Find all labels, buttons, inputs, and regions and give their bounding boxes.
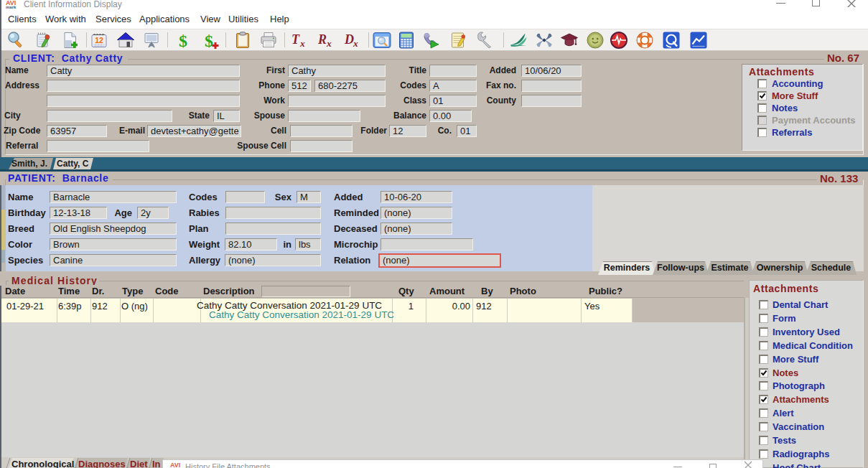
svg-text:R: R xyxy=(317,32,327,47)
svg-text:$: $ xyxy=(205,32,213,50)
svg-text:T: T xyxy=(291,32,300,47)
svg-text:$: $ xyxy=(179,32,187,50)
svg-text:x: x xyxy=(326,38,332,49)
svg-text:D: D xyxy=(344,32,354,47)
svg-text:x: x xyxy=(299,38,305,49)
svg-text:12: 12 xyxy=(95,36,103,45)
svg-text:x: x xyxy=(353,38,358,49)
